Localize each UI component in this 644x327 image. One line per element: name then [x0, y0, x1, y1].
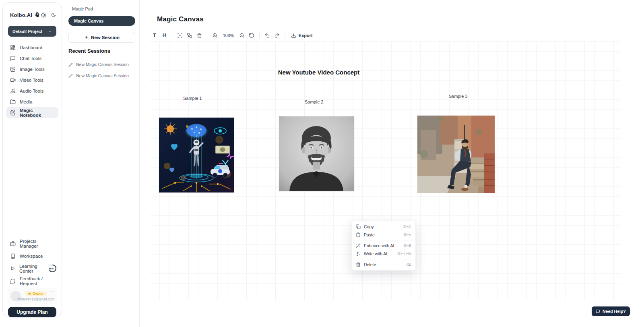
video-camera-icon	[10, 77, 16, 83]
secondary-nav: Projects Manager Workspace Learning Cent…	[6, 237, 58, 287]
zoom-out-button[interactable]	[237, 31, 247, 39]
sidebar-item-video-tools[interactable]: Video Tools	[6, 75, 58, 85]
sidebar-item-feedback-request[interactable]: Feedback / Request	[6, 275, 58, 287]
new-session-button[interactable]: New Session	[68, 32, 135, 43]
globe-icon[interactable]	[41, 12, 46, 18]
sidebar-item-label: Dashboard	[20, 45, 42, 50]
sample-image-portrait[interactable]	[279, 116, 354, 191]
context-menu-shortcut: ⌫	[406, 263, 411, 267]
session-list-item[interactable]: New Magic Canvas Session	[68, 59, 136, 70]
sidebar-item-chat-tools[interactable]: Chat Tools	[6, 53, 58, 64]
image-icon	[10, 66, 16, 72]
logo-row: Kolbo.AI	[10, 12, 56, 18]
sample-label-2[interactable]: Sample 2	[305, 99, 323, 104]
sample-label-1[interactable]: Sample 1	[183, 96, 202, 101]
text-tool-button[interactable]: T	[150, 31, 159, 39]
upgrade-plan-button[interactable]: Upgrade Plan	[8, 307, 56, 317]
context-menu-item-paste[interactable]: Paste ⌘+V	[352, 231, 415, 239]
sidebar-item-audio-tools[interactable]: Audio Tools	[6, 85, 58, 96]
project-selector[interactable]: Default Project	[8, 26, 56, 37]
sidebar-item-label: Learning Center	[19, 264, 43, 273]
sidebar-item-image-tools[interactable]: Image Tools	[6, 64, 58, 75]
zoom-in-button[interactable]	[210, 31, 220, 39]
zoom-out-icon	[239, 33, 245, 38]
toolbar-divider	[285, 33, 285, 38]
context-menu-label: Write with AI	[364, 251, 387, 256]
zoom-in-icon	[212, 33, 218, 38]
pencil-icon	[68, 74, 73, 78]
undo-button[interactable]	[262, 31, 272, 39]
workflow-tool-button[interactable]	[185, 31, 194, 39]
brain-head-logo-icon	[34, 12, 40, 18]
context-menu-shortcut: ⌘+C	[403, 225, 411, 229]
profile-caret-icon	[51, 290, 54, 293]
export-label: Export	[299, 33, 313, 38]
context-menu-item-enhance-with-ai[interactable]: Enhance with AI ⌘+E	[352, 242, 415, 250]
sample-image-ai-robot[interactable]	[159, 118, 234, 192]
chat-bubble-icon	[10, 56, 16, 61]
session-item-label: New Magic Canvas Session	[76, 62, 129, 67]
project-selector-label: Default Project	[12, 29, 42, 34]
sidebar-item-projects-manager[interactable]: Projects Manager	[6, 237, 58, 250]
session-item-label: New Magic Canvas Session	[76, 73, 129, 78]
heading-tool-button[interactable]: H	[159, 31, 169, 39]
context-menu-label: Delete	[364, 262, 376, 267]
sidebar-item-media[interactable]: Media	[6, 96, 58, 107]
sample-label-3[interactable]: Sample 3	[449, 94, 467, 99]
context-menu-shortcut: ⌘+V	[403, 233, 411, 237]
canvas-toolbar: T H 100% Export	[150, 31, 621, 41]
delete-tool-button[interactable]	[194, 31, 204, 39]
magic-canvas-item[interactable]: Magic Canvas	[68, 16, 135, 26]
need-help-button[interactable]: Need Help?	[592, 306, 630, 316]
owner-badge-label: Owner	[33, 292, 44, 296]
app-root: Kolbo.AI Default Project Dashboard	[0, 0, 644, 327]
sidebar-item-label: Workspace	[20, 254, 43, 259]
session-list: New Magic Canvas Session New Magic Canva…	[68, 59, 136, 81]
rotate-ccw-icon	[249, 33, 254, 38]
logo-text: Kolbo.AI	[10, 12, 32, 18]
sidebar-item-dashboard[interactable]: Dashboard	[6, 42, 58, 53]
context-menu-shortcut: ⌘+⇧+W	[397, 252, 411, 256]
recent-sessions-heading: Recent Sessions	[68, 48, 110, 54]
profile-card[interactable]: Owner zoharvan12@gmail.com	[7, 288, 57, 304]
sidebar-item-learning-center[interactable]: Learning Center 66%	[6, 262, 58, 275]
owner-badge: Owner	[25, 291, 47, 296]
moon-dark-mode-icon[interactable]	[51, 12, 56, 17]
export-button[interactable]: Export	[288, 31, 316, 39]
context-menu-item-write-with-ai[interactable]: Write with AI ⌘+⇧+W	[352, 250, 415, 258]
trash-icon	[197, 33, 202, 38]
sidebar-item-label: Audio Tools	[20, 89, 43, 93]
sidebar-item-label: Chat Tools	[20, 56, 41, 61]
sidebar-item-label: Feedback / Request	[20, 276, 54, 286]
dashboard-icon	[10, 45, 16, 50]
learning-progress-value: 66%	[48, 264, 54, 273]
session-list-item[interactable]: New Magic Canvas Session	[68, 70, 136, 81]
crown-icon	[28, 292, 31, 295]
sidebar: Kolbo.AI Default Project Dashboard	[2, 2, 62, 317]
pencil-icon	[68, 62, 73, 67]
sample-image-man-on-ruins[interactable]	[417, 116, 495, 193]
page-title: Magic Canvas	[157, 15, 204, 23]
sidebar-item-workspace[interactable]: Workspace	[6, 250, 58, 262]
context-menu-item-copy[interactable]: Copy ⌘+C	[352, 223, 415, 231]
notebook-pen-icon	[10, 110, 16, 116]
new-session-label: New Session	[91, 35, 120, 40]
context-menu-item-delete[interactable]: Delete ⌫	[352, 261, 415, 269]
profile-email: zoharvan12@gmail.com	[17, 297, 54, 301]
toolbar-divider	[207, 33, 207, 38]
building-icon	[10, 253, 16, 259]
magic-pad-item[interactable]: Magic Pad	[72, 6, 93, 11]
undo-icon	[264, 33, 270, 38]
session-panel: Magic Pad Magic Canvas New Session Recen…	[62, 0, 140, 327]
zoom-level-value[interactable]: 100%	[220, 33, 237, 38]
redo-button[interactable]	[272, 31, 282, 39]
sidebar-item-magic-notebook[interactable]: Magic Notebook	[6, 107, 58, 118]
media-folder-icon	[10, 99, 16, 105]
reset-view-button[interactable]	[247, 31, 256, 39]
briefcase-icon	[10, 241, 16, 246]
toolbar-divider	[259, 33, 260, 38]
canvas-heading-text[interactable]: New Youtube Video Concept	[150, 69, 488, 76]
sidebar-item-label: Image Tools	[20, 67, 45, 72]
chevron-down-icon	[48, 29, 52, 33]
ai-select-tool-button[interactable]	[175, 31, 185, 39]
